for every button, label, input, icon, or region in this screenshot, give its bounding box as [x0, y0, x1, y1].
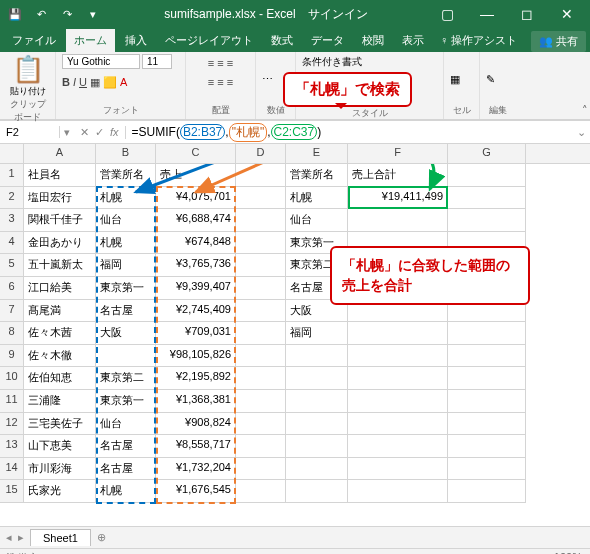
- tab-file[interactable]: ファイル: [4, 29, 64, 52]
- new-sheet-icon[interactable]: ⊕: [97, 531, 106, 544]
- cell[interactable]: ¥3,765,736: [156, 254, 236, 277]
- cell[interactable]: 五十嵐新太: [24, 254, 96, 277]
- cell[interactable]: [348, 390, 448, 413]
- cell[interactable]: 髙尾満: [24, 300, 96, 323]
- cell[interactable]: [96, 345, 156, 368]
- tab-layout[interactable]: ページレイアウト: [157, 29, 261, 52]
- cell[interactable]: ¥709,031: [156, 322, 236, 345]
- cell[interactable]: [286, 480, 348, 503]
- cell[interactable]: [236, 480, 286, 503]
- cancel-formula-icon[interactable]: ✕: [80, 126, 89, 139]
- close-icon[interactable]: ✕: [548, 6, 586, 22]
- redo-icon[interactable]: ↷: [56, 3, 78, 25]
- cell[interactable]: [286, 345, 348, 368]
- cell[interactable]: 福岡: [96, 254, 156, 277]
- italic-icon[interactable]: I: [73, 76, 76, 89]
- row-header[interactable]: 5: [0, 254, 24, 277]
- ribbon-display-icon[interactable]: ▢: [428, 6, 466, 22]
- cell[interactable]: [448, 367, 526, 390]
- col-F[interactable]: F: [348, 144, 448, 163]
- cell[interactable]: [448, 322, 526, 345]
- align-left-icon[interactable]: ≡: [208, 76, 214, 88]
- tab-formulas[interactable]: 数式: [263, 29, 301, 52]
- cell[interactable]: 江口給美: [24, 277, 96, 300]
- cell[interactable]: 佐々木茜: [24, 322, 96, 345]
- cell[interactable]: [236, 232, 286, 255]
- tab-home[interactable]: ホーム: [66, 29, 115, 52]
- cell[interactable]: [286, 390, 348, 413]
- sheet-tab[interactable]: Sheet1: [30, 529, 91, 546]
- row-header[interactable]: 9: [0, 345, 24, 368]
- namebox-dropdown-icon[interactable]: ▾: [60, 126, 74, 139]
- cell[interactable]: [286, 458, 348, 481]
- row-header[interactable]: 7: [0, 300, 24, 323]
- formula-input[interactable]: =SUMIF(B2:B37,"札幌",C2:C37): [126, 123, 573, 142]
- cell[interactable]: [348, 413, 448, 436]
- row-header[interactable]: 15: [0, 480, 24, 503]
- cell[interactable]: ¥9,399,407: [156, 277, 236, 300]
- col-G[interactable]: G: [448, 144, 526, 163]
- cell[interactable]: [448, 413, 526, 436]
- cell[interactable]: [236, 322, 286, 345]
- cell[interactable]: 東京第一: [96, 277, 156, 300]
- font-color-icon[interactable]: A: [120, 76, 127, 89]
- cell[interactable]: 名古屋: [96, 435, 156, 458]
- cell[interactable]: ¥2,195,892: [156, 367, 236, 390]
- cell[interactable]: 社員名: [24, 164, 96, 187]
- paste-icon[interactable]: 📋: [12, 54, 44, 85]
- row-header[interactable]: 3: [0, 209, 24, 232]
- cell[interactable]: [236, 458, 286, 481]
- cell[interactable]: [348, 435, 448, 458]
- cell[interactable]: [448, 390, 526, 413]
- cell[interactable]: 東京第一: [96, 390, 156, 413]
- cond-format[interactable]: 条件付き書式: [302, 54, 362, 69]
- cell[interactable]: [448, 458, 526, 481]
- align-center-icon[interactable]: ≡: [217, 76, 223, 88]
- sheet-nav-prev-icon[interactable]: ◂: [6, 531, 12, 544]
- cell[interactable]: [236, 413, 286, 436]
- qat-more-icon[interactable]: ▾: [82, 3, 104, 25]
- undo-icon[interactable]: ↶: [30, 3, 52, 25]
- cell[interactable]: [348, 458, 448, 481]
- cell[interactable]: ¥1,732,204: [156, 458, 236, 481]
- cell[interactable]: [236, 435, 286, 458]
- cell[interactable]: [348, 345, 448, 368]
- cell[interactable]: 山下恵美: [24, 435, 96, 458]
- cell[interactable]: 札幌: [96, 232, 156, 255]
- border-icon[interactable]: ▦: [90, 76, 100, 89]
- cell[interactable]: [236, 300, 286, 323]
- cell[interactable]: ¥8,558,717: [156, 435, 236, 458]
- cell[interactable]: 札幌: [96, 480, 156, 503]
- number-format-icon[interactable]: ⋯: [262, 73, 273, 86]
- cell[interactable]: [348, 367, 448, 390]
- cell[interactable]: 名古屋: [96, 300, 156, 323]
- align-bot-icon[interactable]: ≡: [227, 57, 233, 69]
- cell[interactable]: 関根千佳子: [24, 209, 96, 232]
- row-header[interactable]: 4: [0, 232, 24, 255]
- cell[interactable]: [236, 345, 286, 368]
- cell[interactable]: 市川彩海: [24, 458, 96, 481]
- cell[interactable]: [286, 367, 348, 390]
- row-header[interactable]: 8: [0, 322, 24, 345]
- row-header[interactable]: 14: [0, 458, 24, 481]
- fx-icon[interactable]: fx: [110, 126, 119, 139]
- col-D[interactable]: D: [236, 144, 286, 163]
- col-E[interactable]: E: [286, 144, 348, 163]
- cells-icon[interactable]: ▦: [450, 73, 460, 86]
- cell[interactable]: [348, 209, 448, 232]
- cell[interactable]: [448, 209, 526, 232]
- save-icon[interactable]: 💾: [4, 3, 26, 25]
- minimize-icon[interactable]: —: [468, 6, 506, 22]
- cell[interactable]: 仙台: [96, 413, 156, 436]
- row-header[interactable]: 1: [0, 164, 24, 187]
- cell[interactable]: [236, 254, 286, 277]
- fill-color-icon[interactable]: 🟨: [103, 76, 117, 89]
- row-header[interactable]: 13: [0, 435, 24, 458]
- edit-icon[interactable]: ✎: [486, 73, 495, 86]
- font-size[interactable]: 11: [142, 54, 172, 69]
- tell-me[interactable]: ♀ 操作アシスト: [434, 29, 523, 52]
- cell[interactable]: [286, 435, 348, 458]
- col-A[interactable]: A: [24, 144, 96, 163]
- name-box[interactable]: F2: [0, 126, 60, 138]
- cell[interactable]: [448, 435, 526, 458]
